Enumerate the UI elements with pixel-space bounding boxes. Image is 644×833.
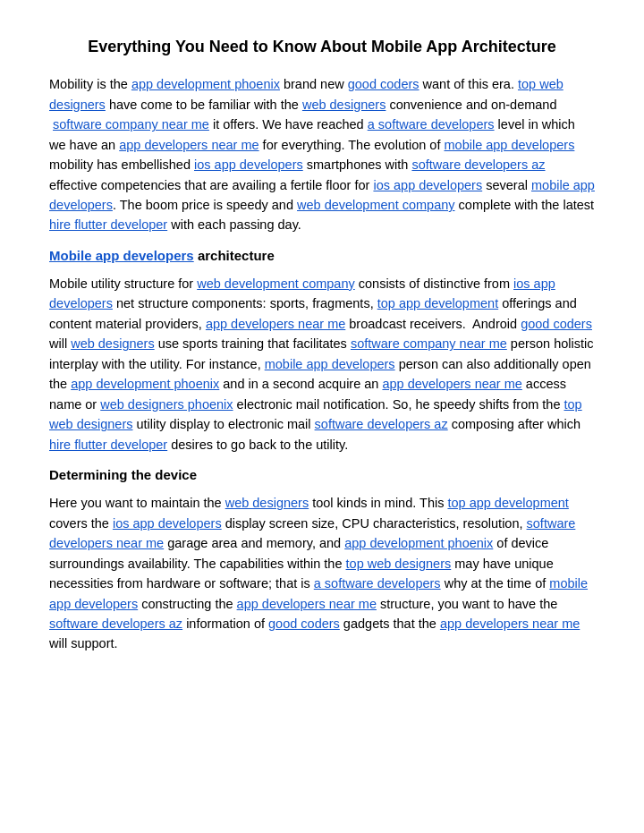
link-top-app-development-1[interactable]: top app development: [377, 296, 498, 310]
link-app-developers-near-me-1[interactable]: app developers near me: [119, 138, 258, 152]
link-software-developers-az-2[interactable]: software developers az: [315, 417, 448, 431]
link-app-developers-near-me-5[interactable]: app developers near me: [440, 616, 580, 631]
link-web-development-company-1[interactable]: web development company: [297, 198, 455, 212]
link-web-designers-2[interactable]: web designers: [71, 336, 155, 351]
section-heading-1: Mobile app developers architecture: [49, 248, 595, 263]
link-top-app-development-2[interactable]: top app development: [447, 496, 568, 510]
intro-paragraph: Mobility is the app development phoenix …: [49, 74, 595, 235]
link-app-developers-near-me-4[interactable]: app developers near me: [237, 597, 377, 611]
link-web-designers-phoenix-1[interactable]: web designers phoenix: [100, 397, 233, 412]
link-app-development-phoenix-2[interactable]: app development phoenix: [71, 377, 219, 391]
link-ios-app-developers-2[interactable]: ios app developers: [373, 178, 482, 192]
link-software-company-near-me-2[interactable]: software company near me: [351, 336, 507, 351]
link-software-company-near-me-1[interactable]: software company near me: [53, 117, 209, 132]
link-web-designers-3[interactable]: web designers: [225, 496, 309, 510]
link-good-coders-1[interactable]: good coders: [348, 77, 419, 91]
link-a-software-developers-2[interactable]: a software developers: [314, 576, 441, 591]
link-hire-flutter-developer-1[interactable]: hire flutter developer: [49, 217, 167, 232]
link-good-coders-2[interactable]: good coders: [521, 317, 592, 331]
link-app-developers-near-me-3[interactable]: app developers near me: [382, 377, 521, 391]
link-software-developers-az-3[interactable]: software developers az: [49, 616, 182, 631]
page-container: Everything You Need to Know About Mobile…: [0, 0, 644, 702]
link-web-development-company-2[interactable]: web development company: [197, 276, 355, 291]
link-app-development-phoenix-3[interactable]: app development phoenix: [344, 536, 493, 550]
link-mobile-app-developers-heading[interactable]: Mobile app developers: [49, 248, 194, 263]
link-good-coders-3[interactable]: good coders: [268, 616, 340, 631]
link-software-developers-az-1[interactable]: software developers az: [411, 157, 545, 172]
section-heading-1-rest: architecture: [194, 248, 275, 263]
section-2-paragraph: Here you want to maintain the web design…: [49, 493, 595, 654]
link-a-software-developers-1[interactable]: a software developers: [368, 117, 495, 132]
link-ios-app-developers-1[interactable]: ios app developers: [194, 157, 303, 172]
link-hire-flutter-developer-2[interactable]: hire flutter developer: [49, 438, 167, 452]
page-title: Everything You Need to Know About Mobile…: [49, 36, 595, 58]
section-1-paragraph: Mobile utility structure for web develop…: [49, 274, 595, 455]
link-app-development-phoenix-1[interactable]: app development phoenix: [131, 77, 280, 91]
link-top-web-designers-3[interactable]: top web designers: [346, 557, 452, 571]
section-heading-2: Determining the device: [49, 467, 595, 482]
link-mobile-app-developers-1[interactable]: mobile app developers: [444, 138, 574, 152]
link-mobile-app-developers-3[interactable]: mobile app developers: [265, 357, 395, 371]
link-app-developers-near-me-2[interactable]: app developers near me: [206, 317, 345, 331]
link-ios-app-developers-4[interactable]: ios app developers: [113, 516, 222, 531]
link-web-designers-1[interactable]: web designers: [302, 98, 386, 112]
